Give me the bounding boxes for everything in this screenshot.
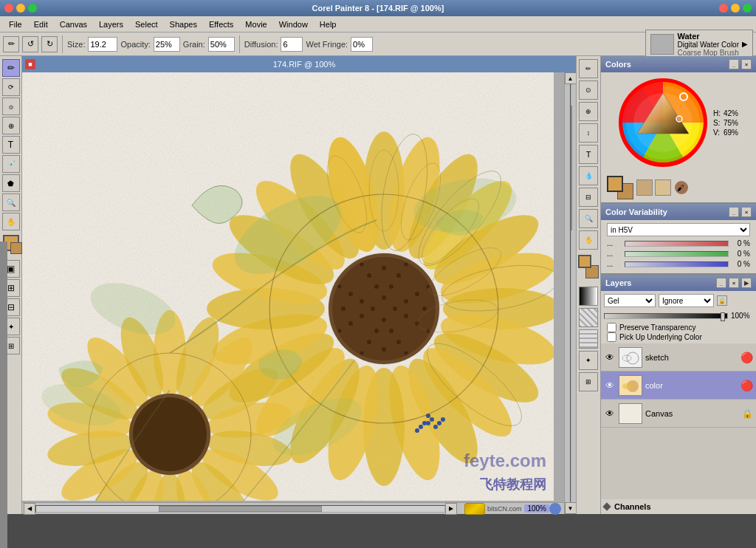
win-controls[interactable] — [719, 4, 752, 13]
menu-movie[interactable]: Movie — [239, 18, 272, 30]
minimize-button[interactable] — [16, 4, 25, 13]
maximize-button[interactable] — [28, 4, 37, 13]
rt-btn-6[interactable]: 💧 — [579, 166, 598, 185]
layer-item-color[interactable]: 👁 color 🔴 — [601, 371, 756, 400]
rt-btn-3[interactable]: ⊕ — [579, 102, 598, 121]
brush-dropdown-icon[interactable]: ▶ — [742, 40, 748, 48]
eye-icon-canvas[interactable]: 👁 — [604, 408, 616, 419]
composite-method-select[interactable]: Gel Normal Multiply — [604, 294, 656, 307]
cv-slider-3[interactable] — [625, 261, 729, 267]
traffic-lights[interactable] — [4, 4, 37, 13]
cv-collapse-btn[interactable]: _ — [729, 207, 739, 217]
tool-hand[interactable]: ✋ — [2, 213, 20, 230]
painting-canvas[interactable]: feyte.com 飞特教程网 — [22, 72, 554, 501]
size-label: Size: — [67, 40, 85, 49]
rt-weave-btn[interactable] — [579, 329, 598, 349]
rt-extra-btn[interactable]: ✦ — [579, 351, 598, 370]
paper-texture-swatch[interactable] — [636, 179, 653, 196]
colors-collapse-btn[interactable]: _ — [729, 59, 739, 69]
eye-icon-sketch[interactable]: 👁 — [604, 352, 616, 363]
menu-edit[interactable]: Edit — [28, 18, 54, 30]
canvas-close-button[interactable]: ■ — [25, 59, 35, 69]
colors-close-btn[interactable]: × — [741, 59, 752, 69]
hue-label: H: — [713, 109, 721, 117]
tool-rotate[interactable]: ⟳ — [2, 78, 20, 96]
scroll-right-arrow[interactable]: ▶ — [445, 503, 457, 515]
rt-btn-1[interactable]: ✏ — [579, 59, 598, 78]
tool-zoom[interactable]: 🔍 — [2, 193, 20, 211]
close-button[interactable] — [4, 4, 13, 13]
rt-btn-9[interactable]: ✋ — [579, 230, 598, 250]
rt-btn-7[interactable]: ⊟ — [579, 188, 598, 207]
menu-effects[interactable]: Effects — [203, 18, 239, 30]
cv-close-btn[interactable]: × — [741, 207, 752, 217]
menu-shapes[interactable]: Shapes — [164, 18, 203, 30]
canvas-vertical-scrollbar[interactable]: ▲ ▼ — [564, 72, 576, 514]
scroll-track[interactable] — [35, 505, 445, 513]
tool-eyedropper[interactable]: 💉 — [2, 155, 20, 173]
diffusion-input[interactable] — [281, 37, 303, 52]
pick-up-color-check[interactable] — [607, 332, 616, 342]
tool-crop[interactable]: ⊕ — [2, 117, 20, 134]
rt-btn-5[interactable]: T — [579, 145, 598, 164]
scroll-thumb[interactable] — [159, 506, 322, 512]
vscroll-thumb[interactable] — [571, 106, 572, 230]
cv-slider-1[interactable] — [625, 241, 729, 247]
scroll-up-arrow[interactable]: ▲ — [565, 72, 577, 84]
layers-lock-btn[interactable]: 🔒 — [717, 295, 727, 306]
layers-close-btn[interactable]: × — [729, 278, 739, 288]
background-color-swatch[interactable] — [10, 242, 22, 254]
rt-btn-8[interactable]: 🔍 — [579, 209, 598, 228]
color-wheel-svg[interactable] — [619, 78, 707, 167]
rt-gradient-btn[interactable] — [579, 287, 598, 306]
menu-select[interactable]: Select — [129, 18, 164, 30]
rt-pattern-btn[interactable] — [579, 308, 598, 327]
cv-slider-2[interactable] — [625, 251, 729, 257]
menu-file[interactable]: File — [3, 18, 28, 30]
menu-help[interactable]: Help — [314, 18, 343, 30]
blend-mode-select[interactable]: Ignore Normal — [659, 294, 714, 307]
layers-collapse-btn[interactable]: _ — [716, 278, 726, 288]
tool-brush[interactable]: ✏ — [2, 59, 20, 77]
scroll-down-arrow[interactable]: ▼ — [565, 502, 577, 514]
cv-mode-select[interactable]: in H5V in HSV — [607, 223, 750, 236]
win-close-button[interactable] — [719, 4, 728, 13]
rt-extra2-btn[interactable]: ⊞ — [579, 372, 598, 391]
undo-btn[interactable]: ↺ — [22, 36, 38, 52]
menu-window[interactable]: Window — [273, 18, 314, 30]
win-max-button[interactable] — [743, 4, 752, 13]
wet-fringe-input[interactable] — [351, 37, 373, 52]
color-swatch-area[interactable] — [578, 255, 599, 278]
layers-menu-btn[interactable]: ▶ — [741, 278, 752, 288]
tool-paint-bucket[interactable]: ⬟ — [2, 174, 20, 192]
menu-layers[interactable]: Layers — [93, 18, 129, 30]
grain-input[interactable] — [208, 37, 235, 52]
scroll-left-arrow[interactable]: ◀ — [24, 503, 35, 515]
opacity-thumb[interactable] — [721, 312, 725, 321]
layer-item-sketch[interactable]: 👁 sketch 🔴 — [601, 343, 756, 371]
menu-canvas[interactable]: Canvas — [54, 18, 93, 30]
opacity-input[interactable] — [154, 37, 180, 52]
brush-tool-btn[interactable]: ✏ — [3, 36, 19, 52]
size-input[interactable] — [88, 37, 117, 52]
tool-text[interactable]: T — [2, 136, 20, 154]
eye-icon-color[interactable]: 👁 — [604, 380, 616, 391]
cv-row3-value: 0 % — [732, 260, 750, 268]
canvas-scroll-area[interactable]: feyte.com 飞特教程网 — [22, 72, 564, 502]
layer-item-canvas[interactable]: 👁 Canvas 🔒 — [601, 400, 756, 428]
canvas-horizontal-scrollbar[interactable]: ◀ ▶ bitsCN.com 100% — [22, 502, 564, 514]
win-min-button[interactable] — [731, 4, 740, 13]
fg-color-swatch[interactable] — [578, 255, 591, 268]
tool-lasso[interactable]: ⌾ — [2, 97, 20, 115]
color-swatches[interactable] — [607, 176, 633, 199]
paper-swatch3[interactable]: 🖌 — [673, 179, 690, 196]
primary-swatch[interactable] — [607, 176, 623, 192]
rt-btn-4[interactable]: ↕ — [579, 123, 598, 143]
opacity-track[interactable] — [604, 313, 728, 319]
preserve-transparency-check[interactable] — [607, 323, 616, 332]
redo-btn[interactable]: ↻ — [41, 36, 58, 52]
layers-checkboxes: Preserve Transparency Pick Up Underlying… — [601, 321, 756, 343]
paper-swatch2[interactable] — [655, 179, 671, 196]
brush-preview[interactable] — [650, 34, 674, 55]
rt-btn-2[interactable]: ⊙ — [579, 81, 598, 100]
